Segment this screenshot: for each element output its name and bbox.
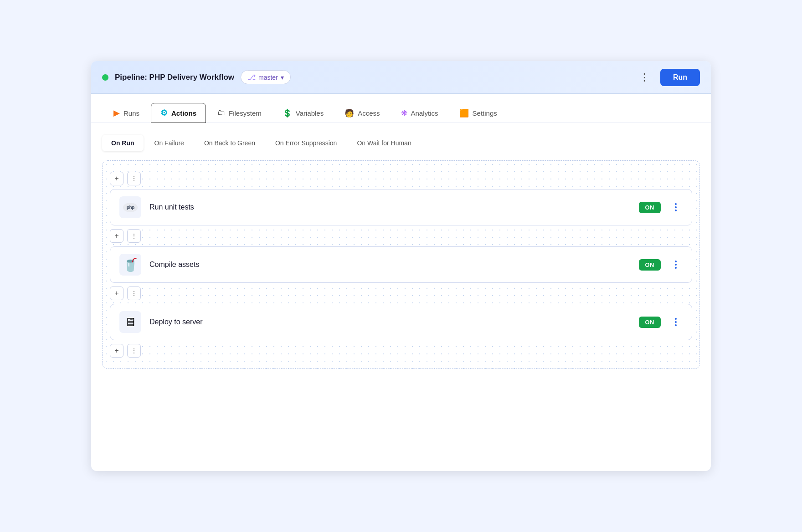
insert-more-button-4[interactable]: ⋮ xyxy=(127,344,141,358)
access-icon: 🧑 xyxy=(344,108,354,118)
action-name-deploy-to-server: Deploy to server xyxy=(149,318,631,326)
analytics-icon: ❋ xyxy=(401,108,407,118)
sub-tab-on-wait-for-human[interactable]: On Wait for Human xyxy=(348,135,420,151)
add-action-button-3[interactable]: + xyxy=(110,286,123,300)
tab-settings-label: Settings xyxy=(473,109,497,117)
plus-icon-3: + xyxy=(114,289,118,297)
plus-icon: + xyxy=(114,174,118,183)
action-menu-run-unit-tests[interactable] xyxy=(669,200,683,214)
settings-icon: 🟧 xyxy=(459,108,469,118)
header-more-button[interactable]: ⋮ xyxy=(636,70,653,85)
tab-runs[interactable]: ▶ Runs xyxy=(104,103,149,123)
action-icon-drink: 🥤 xyxy=(119,254,141,276)
three-dots-icon xyxy=(675,203,677,211)
dots-icon-3: ⋮ xyxy=(131,290,137,297)
tab-access[interactable]: 🧑 Access xyxy=(335,103,389,123)
sub-tab-on-back-to-green[interactable]: On Back to Green xyxy=(195,135,264,151)
action-status-deploy-to-server: ON xyxy=(639,317,661,328)
action-menu-compile-assets[interactable] xyxy=(669,258,683,271)
three-dots-icon-2 xyxy=(675,261,677,269)
tab-actions[interactable]: ⚙ Actions xyxy=(151,103,206,123)
run-button[interactable]: Run xyxy=(660,69,700,86)
insert-more-button-1[interactable]: ⋮ xyxy=(127,172,141,185)
branch-label: master xyxy=(258,74,278,81)
tab-variables[interactable]: 💲 Variables xyxy=(273,103,333,123)
sub-tab-on-run[interactable]: On Run xyxy=(102,135,144,151)
runs-icon: ▶ xyxy=(113,108,120,118)
add-action-button-1[interactable]: + xyxy=(110,172,123,185)
action-insert-row-1: + ⋮ xyxy=(110,168,692,189)
insert-more-button-2[interactable]: ⋮ xyxy=(127,229,141,243)
header-right: ⋮ Run xyxy=(636,69,700,86)
sub-tabs-bar: On Run On Failure On Back to Green On Er… xyxy=(102,130,700,151)
tab-runs-label: Runs xyxy=(123,109,139,117)
three-dots-icon-3 xyxy=(675,318,677,326)
plus-icon-2: + xyxy=(114,232,118,240)
actions-icon: ⚙ xyxy=(160,108,168,118)
action-status-run-unit-tests: ON xyxy=(639,202,661,213)
drink-emoji: 🥤 xyxy=(123,257,139,272)
header: Pipeline: PHP Delivery Workflow ⎇ master… xyxy=(91,61,711,94)
tab-settings[interactable]: 🟧 Settings xyxy=(450,103,507,123)
chevron-down-icon: ▾ xyxy=(281,74,284,81)
actions-list-area: + ⋮ php Run unit tests ON xyxy=(102,160,700,369)
plus-icon-4: + xyxy=(114,347,118,355)
tab-variables-label: Variables xyxy=(296,109,324,117)
action-card-compile-assets: 🥤 Compile assets ON xyxy=(110,246,692,283)
action-status-compile-assets: ON xyxy=(639,259,661,271)
action-insert-row-4: + ⋮ xyxy=(110,340,692,361)
dots-icon: ⋮ xyxy=(131,175,137,182)
tab-actions-label: Actions xyxy=(171,109,196,117)
tab-analytics[interactable]: ❋ Analytics xyxy=(391,103,448,123)
action-insert-row-3: + ⋮ xyxy=(110,283,692,304)
dots-icon-2: ⋮ xyxy=(131,232,137,240)
sub-tab-on-error-suppression[interactable]: On Error Suppression xyxy=(266,135,346,151)
add-action-button-4[interactable]: + xyxy=(110,344,123,358)
branch-selector[interactable]: ⎇ master ▾ xyxy=(241,70,291,84)
variables-icon: 💲 xyxy=(283,108,292,118)
tab-access-label: Access xyxy=(358,109,380,117)
action-card-deploy-to-server: 🖥 Deploy to server ON xyxy=(110,304,692,340)
tab-filesystem[interactable]: 🗂 Filesystem xyxy=(208,103,271,123)
action-menu-deploy-to-server[interactable] xyxy=(669,315,683,329)
php-logo: php xyxy=(123,203,138,212)
tab-analytics-label: Analytics xyxy=(411,109,438,117)
action-card-run-unit-tests: php Run unit tests ON xyxy=(110,189,692,225)
sub-tab-on-failure[interactable]: On Failure xyxy=(145,135,193,151)
nav-bar: ▶ Runs ⚙ Actions 🗂 Filesystem 💲 Variable… xyxy=(91,94,711,123)
more-dots-icon: ⋮ xyxy=(639,72,649,83)
header-left: Pipeline: PHP Delivery Workflow ⎇ master… xyxy=(102,70,291,84)
action-icon-php: php xyxy=(119,196,141,218)
tab-filesystem-label: Filesystem xyxy=(229,109,262,117)
action-name-compile-assets: Compile assets xyxy=(149,261,631,269)
action-insert-row-2: + ⋮ xyxy=(110,225,692,246)
pipeline-title: Pipeline: PHP Delivery Workflow xyxy=(115,73,234,82)
app-container: Pipeline: PHP Delivery Workflow ⎇ master… xyxy=(91,61,711,471)
status-indicator xyxy=(102,74,108,81)
content-area: On Run On Failure On Back to Green On Er… xyxy=(91,123,711,380)
add-action-button-2[interactable]: + xyxy=(110,229,123,243)
branch-icon: ⎇ xyxy=(247,73,256,82)
deploy-emoji: 🖥 xyxy=(124,315,136,329)
action-icon-deploy: 🖥 xyxy=(119,311,141,333)
action-name-run-unit-tests: Run unit tests xyxy=(149,203,631,211)
insert-more-button-3[interactable]: ⋮ xyxy=(127,286,141,300)
filesystem-icon: 🗂 xyxy=(217,108,225,118)
dots-icon-4: ⋮ xyxy=(131,347,137,354)
